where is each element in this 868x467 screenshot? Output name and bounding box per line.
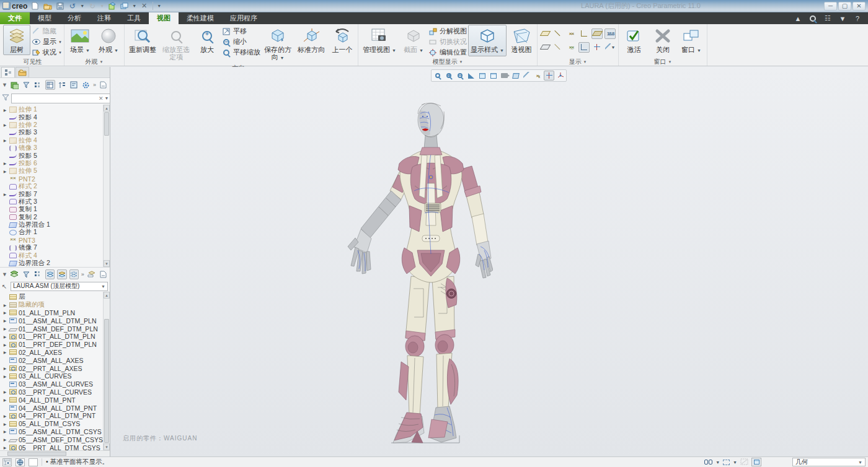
customize-qat-dropdown[interactable]: ▼: [157, 4, 161, 8]
layer-filters-icon[interactable]: [22, 269, 31, 279]
windows-button[interactable]: 窗口 ▼: [678, 25, 705, 56]
expand-arrow-icon[interactable]: ▶: [2, 398, 7, 402]
point-display-toggle[interactable]: ××: [565, 28, 577, 39]
display-style-button[interactable]: 显示样式 ▼: [468, 25, 507, 56]
tree-item[interactable]: ▶ 04__PRT_ALL_DTM_PNT: [2, 412, 110, 420]
tree-item[interactable]: 镜像 3: [2, 144, 110, 152]
collapse-ribbon-icon[interactable]: ▲: [794, 14, 802, 23]
plane-display-toggle[interactable]: [539, 28, 551, 39]
expand-arrow-icon[interactable]: ▶: [2, 366, 7, 370]
spin-center-toggle-icon[interactable]: [544, 71, 554, 81]
tree-item[interactable]: ×× PNT3: [2, 237, 110, 244]
open-button[interactable]: [43, 1, 52, 11]
minimize-button[interactable]: ─: [824, 2, 837, 11]
tree-item[interactable]: ▶ 01__ASM_DEF_DTM_PLN: [2, 325, 110, 333]
tree-item[interactable]: ▶ 05_ALL_DTM_CSYS: [2, 420, 110, 428]
tree-item[interactable]: ▶ 01__ASM_ALL_DTM_PLN: [2, 316, 110, 325]
tree-item[interactable]: ▶ 01__PRT_ALL_DTM_PLN: [2, 333, 110, 341]
tree-item[interactable]: 复制 2: [2, 213, 110, 220]
regenerate-button[interactable]: [107, 1, 117, 11]
tree-item[interactable]: 样式 3: [2, 198, 110, 206]
graphics-area[interactable]: + − ×ₓ: [110, 67, 868, 456]
layer-new-icon[interactable]: [87, 269, 96, 279]
explode-view-button[interactable]: 分解视图: [428, 27, 467, 36]
tree-item[interactable]: ▶ 投影 6: [2, 160, 110, 167]
tab-flex-modeling[interactable]: 柔性建模: [179, 12, 222, 24]
tree-item[interactable]: ▶ 隐藏的项: [2, 301, 110, 309]
tree-item[interactable]: ▶ 03__PRT_ALL_CURVES: [2, 388, 110, 396]
expand-arrow-icon[interactable]: ▶: [2, 374, 7, 378]
tree-item[interactable]: 镜像 7: [2, 244, 110, 251]
tree-item[interactable]: 样式 2: [2, 183, 110, 190]
pan-zoom-button[interactable]: 平移缩放: [222, 48, 260, 57]
csys-display-toggle[interactable]: [578, 28, 590, 39]
browser-globe-icon[interactable]: [16, 458, 25, 466]
navigator-hscrollbar[interactable]: [0, 450, 110, 456]
annotation-display-toggle[interactable]: ▼: [604, 42, 616, 53]
undo-dropdown[interactable]: ▼: [80, 4, 84, 8]
expand-arrow-icon[interactable]: ▶: [2, 310, 7, 315]
tree-item[interactable]: 投影 3: [2, 129, 110, 136]
expand-arrow-icon[interactable]: ▶: [2, 303, 7, 307]
maximize-button[interactable]: ▢: [838, 2, 851, 11]
tree-item[interactable]: 样式 4: [2, 251, 110, 259]
view-manager-icon[interactable]: [499, 71, 510, 81]
tree-item[interactable]: 边界混合 1: [2, 221, 110, 229]
tree-item[interactable]: 复制 1: [2, 206, 110, 213]
tree-item[interactable]: 02__ASM_ALL_AXES: [2, 356, 110, 364]
saved-orientations-button[interactable]: 保存的方 向 ▼: [262, 25, 294, 64]
tab-model[interactable]: 模型: [30, 12, 60, 24]
expand-arrow-icon[interactable]: ▶: [2, 334, 7, 339]
tree-item[interactable]: 投影 4: [2, 113, 110, 121]
expand-arrow-icon[interactable]: ▶: [2, 429, 7, 434]
standard-orientation-button[interactable]: 标准方向: [295, 25, 327, 55]
layer-save-icon[interactable]: [99, 269, 108, 279]
tree-item[interactable]: ▶ 01__PRT_DEF_DTM_PLN: [2, 341, 110, 349]
connect-icon[interactable]: ☷: [823, 14, 832, 23]
tab-file[interactable]: 文件: [0, 12, 30, 24]
expand-arrow-icon[interactable]: ▶: [2, 318, 7, 323]
tree-item[interactable]: ▶ 拉伸 4: [2, 137, 110, 144]
tree-item[interactable]: ▶ 05__ASM_ALL_DTM_CSYS: [2, 428, 110, 436]
tree-item[interactable]: ▶ 拉伸 2: [2, 121, 110, 129]
status-button[interactable]: 状况▼: [32, 48, 62, 57]
tree-item[interactable]: ▶ 拉伸 5: [2, 167, 110, 175]
tree-sort-icon[interactable]: [58, 80, 67, 90]
tree-item[interactable]: ▶ 05__ASM_DEF_DTM_CSYS: [2, 435, 110, 443]
appearance-button[interactable]: 外观 ▼: [95, 25, 122, 56]
edit-position-button[interactable]: 编辑位置: [428, 48, 467, 57]
window-switch-button[interactable]: [120, 1, 129, 11]
model-tree-overflow-icon[interactable]: »: [93, 82, 96, 88]
layer-show-toggle-2[interactable]: [57, 269, 66, 279]
select-box-dropdown-icon[interactable]: ▼: [733, 460, 737, 465]
tab-applications[interactable]: 应用程序: [222, 12, 265, 24]
folder-browser-tab[interactable]: [16, 67, 29, 77]
expand-arrow-icon[interactable]: ▶: [2, 445, 7, 450]
layer-show-toggle-3[interactable]: [69, 269, 79, 279]
model-tree-search-input[interactable]: [13, 94, 97, 102]
refit-icon[interactable]: [432, 71, 443, 81]
help-icon[interactable]: ?: [853, 14, 862, 23]
tab-annotate[interactable]: 注释: [89, 12, 119, 24]
close-button[interactable]: ✕: [852, 2, 866, 11]
tree-item[interactable]: 投影 5: [2, 152, 110, 159]
model-tree-collapse-icon[interactable]: ▼: [2, 82, 7, 88]
layer-root-row[interactable]: 层: [2, 293, 110, 301]
plane-tag-toggle[interactable]: [591, 28, 603, 39]
layer-tree-collapse-icon[interactable]: ▼: [2, 271, 7, 277]
tab-analysis[interactable]: 分析: [60, 12, 89, 24]
repaint-icon[interactable]: [466, 71, 476, 81]
spin-center-toggle-ribbon[interactable]: [591, 42, 603, 53]
annotation-display-icon[interactable]: [521, 71, 532, 81]
selection-filter-combo[interactable]: 几何 ▼: [792, 458, 866, 466]
expand-arrow-icon[interactable]: ▶: [2, 192, 7, 196]
layer-tree-button[interactable]: 层树: [3, 25, 30, 55]
expand-arrow-icon[interactable]: ▶: [2, 108, 7, 112]
tree-item[interactable]: ▶ 04_ALL_DTM_PNT: [2, 396, 110, 404]
tab-view[interactable]: 视图: [149, 12, 179, 24]
activate-button[interactable]: 激活: [621, 25, 648, 55]
layer-model-selector-dropdown-icon[interactable]: ▼: [101, 284, 105, 289]
zoom-in-icon[interactable]: +: [443, 71, 454, 81]
expand-arrow-icon[interactable]: ▶: [2, 169, 7, 173]
expand-arrow-icon[interactable]: ▶: [2, 138, 7, 142]
